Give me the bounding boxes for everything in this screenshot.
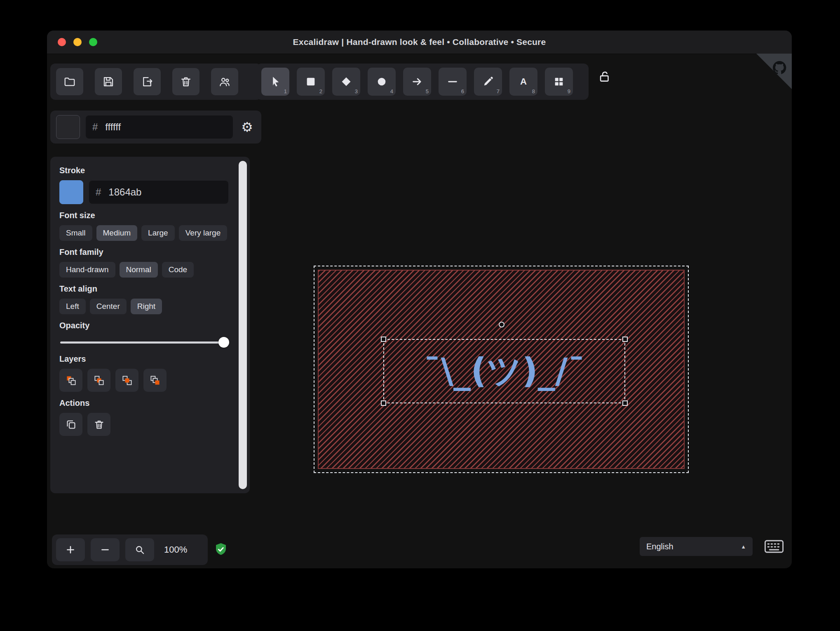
minimize-button[interactable] [73,38,82,46]
line-icon [447,76,458,87]
zoom-level: 100% [164,544,187,555]
tool-rectangle[interactable]: 2 [297,68,325,96]
magnifier-icon [134,544,145,555]
text-align-left[interactable]: Left [59,299,86,314]
trash-icon [94,419,105,430]
github-octocat-icon [756,54,792,89]
settings-button[interactable]: ⚙ [239,120,256,134]
zoom-toolbar: 100% [52,534,208,565]
font-size-large[interactable]: Large [141,225,175,241]
unlocked-padlock-icon [598,70,612,84]
library-grid-icon [553,76,565,87]
text-align-center[interactable]: Center [90,299,127,314]
send-backward-icon [94,375,105,386]
hash-label: # [86,121,104,133]
resize-handle-top-right[interactable] [622,337,628,342]
tool-library[interactable]: 9 [545,68,573,96]
maximize-button[interactable] [89,38,97,46]
close-button[interactable] [58,38,66,46]
trash-icon [180,75,192,88]
rotation-handle[interactable] [499,322,504,327]
encryption-badge[interactable] [214,542,228,558]
export-button[interactable] [134,68,161,95]
app-window: Excalidraw | Hand-drawn look & feel • Co… [47,31,792,568]
shield-check-icon [214,542,228,557]
font-family-hand-drawn[interactable]: Hand-drawn [59,262,115,278]
bring-to-front-button[interactable] [143,369,167,392]
font-family-normal[interactable]: Normal [120,262,158,278]
font-size-medium[interactable]: Medium [96,225,138,241]
bring-forward-button[interactable] [115,369,138,392]
shrug-text[interactable]: ¯\_(ツ)_/¯ [384,340,624,403]
tool-draw[interactable]: 7 [474,68,502,96]
canvas-bg-swatch[interactable] [56,115,80,139]
canvas-bg-hex-input[interactable] [104,121,233,133]
resize-handle-bottom-right[interactable] [622,400,628,406]
tool-selection[interactable]: 1 [261,68,289,96]
layers-buttons [59,369,228,392]
duplicate-button[interactable] [59,413,82,436]
bring-to-front-icon [150,375,161,386]
canvas-background-panel: # ⚙ [50,111,261,144]
clear-canvas-button[interactable] [172,68,199,95]
delete-button[interactable] [87,413,110,436]
reset-zoom-button[interactable] [125,538,154,561]
arrow-icon [411,76,423,87]
hash-label: # [89,186,108,198]
cursor-icon [270,76,281,87]
rectangle-icon [305,76,317,87]
zoom-out-button[interactable] [91,538,120,561]
language-value: English [646,542,673,551]
title-bar: Excalidraw | Hand-drawn look & feel • Co… [47,31,792,54]
panel-scrollbar[interactable] [239,161,247,489]
send-backward-button[interactable] [87,369,110,392]
actions-label: Actions [59,398,228,408]
plus-icon [65,544,76,555]
open-file-button[interactable] [56,68,83,95]
tool-diamond[interactable]: 3 [332,68,360,96]
folder-icon [63,75,76,88]
font-size-small[interactable]: Small [59,225,92,241]
keyboard-icon [764,539,784,554]
minus-icon [100,544,110,555]
file-actions-toolbar [50,64,261,100]
stroke-label: Stroke [59,166,228,175]
font-family-code[interactable]: Code [162,262,194,278]
stroke-hex-input[interactable] [108,186,228,198]
bring-forward-icon [122,375,133,386]
tool-ellipse[interactable]: 4 [368,68,396,96]
caret-up-icon: ▲ [741,544,746,550]
github-corner[interactable] [756,54,792,89]
tool-text[interactable]: A 8 [509,68,537,96]
opacity-label: Opacity [59,321,228,330]
text-align-options: Left Center Right [59,299,228,314]
save-button[interactable] [95,68,122,95]
ellipse-icon [376,76,387,87]
text-align-right[interactable]: Right [131,299,162,314]
stroke-hex-group: # [89,181,228,204]
export-icon [141,75,153,88]
save-icon [102,75,115,88]
shape-toolbar: 1 2 3 4 5 6 7 A 8 [256,64,589,100]
canvas-bg-hex-group: # [86,115,233,139]
collaboration-button[interactable] [211,68,238,95]
opacity-slider-track[interactable] [60,341,228,344]
send-to-back-icon [66,375,77,386]
zoom-in-button[interactable] [56,538,85,561]
tool-arrow[interactable]: 5 [403,68,431,96]
send-to-back-button[interactable] [59,369,82,392]
pencil-icon [482,76,494,87]
lock-tool-button[interactable] [595,69,614,85]
font-size-very-large[interactable]: Very large [179,225,228,241]
opacity-slider[interactable] [60,337,228,348]
tool-line[interactable]: 6 [439,68,467,96]
duplicate-icon [66,419,77,430]
text-element-selection[interactable]: ¯\_(ツ)_/¯ [383,339,625,403]
font-size-options: Small Medium Large Very large [59,225,228,241]
opacity-slider-knob[interactable] [218,337,229,348]
keyboard-shortcuts-button[interactable] [762,539,786,556]
resize-handle-top-left[interactable] [381,337,386,342]
stroke-color-swatch[interactable] [59,180,83,204]
language-select[interactable]: English ▲ [640,537,753,556]
resize-handle-bottom-left[interactable] [381,400,386,406]
